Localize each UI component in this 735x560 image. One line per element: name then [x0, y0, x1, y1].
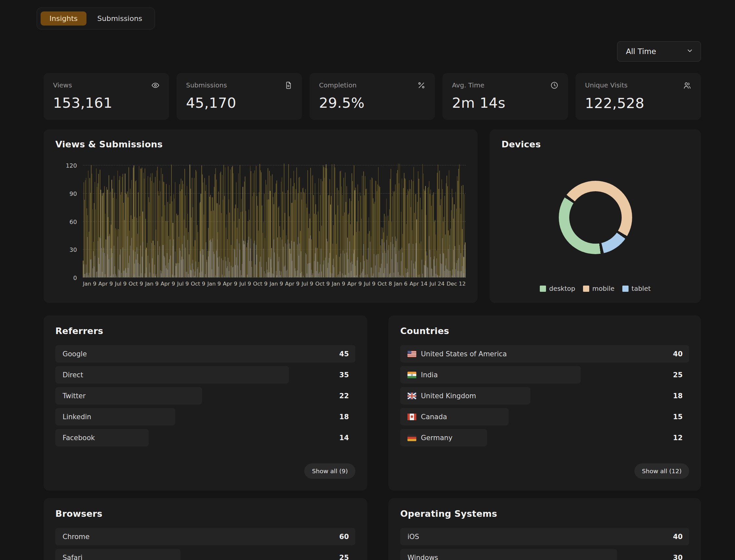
item-label: India	[407, 371, 438, 379]
item-label: Direct	[63, 371, 83, 379]
list-item-germany: Germany12	[400, 429, 689, 446]
item-label: United Kingdom	[407, 392, 476, 400]
y-tick-label: 90	[51, 190, 77, 197]
tab-insights[interactable]: Insights	[41, 11, 86, 26]
item-label: Twitter	[63, 392, 85, 400]
list-item-linkedin: Linkedin18	[55, 408, 355, 425]
x-tick-label: Apr 9	[160, 281, 175, 287]
legend-label: desktop	[549, 285, 575, 292]
list-item-windows: Windows30	[400, 549, 689, 560]
item-label: Safari	[63, 554, 83, 560]
page: Insights Submissions All Time Views153,1…	[0, 0, 735, 560]
devices-card: Devices desktopmobiletablet	[490, 129, 701, 303]
x-tick-label: Oct 8	[378, 281, 392, 287]
stat-label: Views	[53, 81, 72, 89]
devices-donut-chart	[559, 181, 632, 254]
legend-swatch	[622, 286, 629, 292]
x-tick-label: Jul 9	[115, 281, 127, 287]
list-item-ios: iOS40	[400, 528, 689, 545]
x-axis-labels: Jan 9Apr 9Jul 9Oct 9Jan 9Apr 9Jul 9Oct 9…	[83, 281, 466, 287]
item-value: 30	[673, 554, 683, 560]
stat-card-submissions: Submissions45,170	[177, 73, 302, 120]
referrers-card: Referrers Google45Direct35Twitter22Linke…	[44, 315, 367, 491]
countries-card: Countries United States of America40Indi…	[388, 315, 701, 491]
x-tick-label: Jul 9	[364, 281, 376, 287]
y-tick-label: 0	[51, 274, 77, 281]
stat-label: Completion	[319, 81, 357, 89]
file-text-icon	[284, 81, 292, 91]
item-label: Windows	[407, 554, 438, 560]
item-value: 25	[339, 554, 349, 560]
browsers-card: Browsers Chrome60Safari25	[44, 498, 367, 560]
stat-card-completion: Completion29.5%	[310, 73, 435, 120]
item-value: 25	[673, 371, 683, 379]
item-value: 40	[673, 533, 683, 541]
x-tick-label: Jan 9	[207, 281, 221, 287]
list-item-chrome: Chrome60	[55, 528, 355, 545]
item-label: Germany	[407, 434, 453, 442]
filter-row: All Time	[44, 41, 701, 62]
item-value: 22	[339, 392, 349, 400]
flag-ca-icon	[407, 414, 416, 420]
list-item-twitter: Twitter22	[55, 387, 355, 404]
chart-title: Views & Submissions	[55, 139, 466, 149]
browsers-title: Browsers	[55, 509, 355, 519]
x-tick-label: Apr 9	[285, 281, 299, 287]
list-item-facebook: Facebook14	[55, 429, 355, 446]
countries-show-all-button[interactable]: Show all (12)	[634, 463, 689, 479]
item-label: iOS	[407, 533, 419, 541]
item-value: 18	[673, 392, 683, 400]
os-card: Operating Systems iOS40Windows30	[388, 498, 701, 560]
legend-item-tablet: tablet	[622, 285, 651, 292]
devices-title: Devices	[501, 139, 689, 149]
os-title: Operating Systems	[400, 509, 689, 519]
referrers-show-all-button[interactable]: Show all (9)	[304, 463, 355, 479]
flag-in-icon	[407, 372, 416, 378]
y-tick-label: 120	[51, 162, 77, 169]
x-tick-label: Dec 12	[446, 281, 465, 287]
browsers-list: Chrome60Safari25	[55, 528, 355, 560]
stat-value: 45,170	[186, 95, 292, 111]
countries-list: United States of America40India25United …	[400, 345, 689, 446]
list-item-india: India25	[400, 366, 689, 383]
percent-icon	[417, 81, 425, 91]
stat-label: Submissions	[186, 81, 227, 89]
legend-item-desktop: desktop	[540, 285, 575, 292]
item-value: 35	[339, 371, 349, 379]
os-list: iOS40Windows30	[400, 528, 689, 560]
item-value: 12	[673, 434, 683, 442]
x-tick-label: Jan 9	[145, 281, 159, 287]
stat-card-views: Views153,161	[44, 73, 169, 120]
stat-label: Unique Visits	[585, 81, 628, 89]
value-bar	[55, 528, 355, 545]
x-tick-label: Jul 9	[177, 281, 189, 287]
x-tick-label: Jan 9	[270, 281, 283, 287]
legend-swatch	[583, 286, 589, 292]
item-label: Chrome	[63, 533, 89, 541]
flag-gb-icon	[407, 393, 416, 399]
stat-value: 153,161	[53, 95, 160, 111]
tab-submissions[interactable]: Submissions	[88, 11, 151, 26]
stat-value: 29.5%	[319, 95, 425, 111]
eye-icon	[151, 81, 160, 91]
item-value: 60	[339, 533, 349, 541]
legend-label: mobile	[592, 285, 614, 292]
time-range-select[interactable]: All Time	[617, 41, 701, 62]
list-item-united-states-of-america: United States of America40	[400, 345, 689, 363]
bar-chart: 1209060300	[83, 165, 466, 277]
flag-de-icon	[407, 435, 416, 441]
item-value: 14	[339, 434, 349, 442]
x-tick-label: Jul 9	[302, 281, 313, 287]
x-tick-label: Jan 6	[394, 281, 407, 287]
bar-series	[83, 165, 466, 277]
x-tick-label: Oct 9	[253, 281, 268, 287]
x-tick-label: Apr 9	[347, 281, 362, 287]
list-item-safari: Safari25	[55, 549, 355, 560]
item-label: Linkedin	[63, 413, 91, 421]
legend-label: tablet	[631, 285, 651, 292]
flag-us-icon	[407, 351, 416, 357]
referrers-title: Referrers	[55, 326, 355, 336]
users-icon	[683, 81, 691, 91]
gridline-y0	[83, 277, 466, 278]
stat-label: Avg. Time	[452, 81, 484, 89]
